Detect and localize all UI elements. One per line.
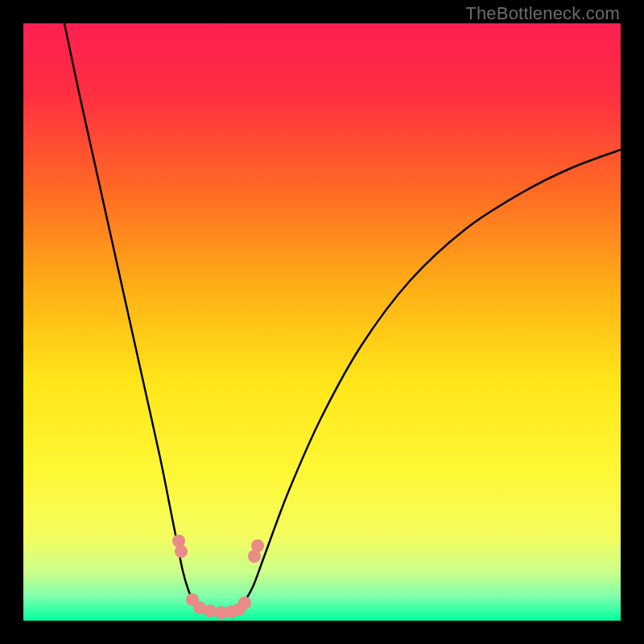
chart-canvas	[23, 23, 621, 621]
marker-dot	[204, 605, 217, 617]
outer-frame: TheBottleneck.com	[0, 0, 644, 644]
plot-area	[23, 23, 621, 621]
marker-dot	[238, 597, 251, 609]
watermark-text: TheBottleneck.com	[465, 3, 620, 24]
marker-dot	[175, 545, 188, 558]
gradient-background	[23, 23, 621, 621]
marker-dot	[251, 539, 264, 552]
